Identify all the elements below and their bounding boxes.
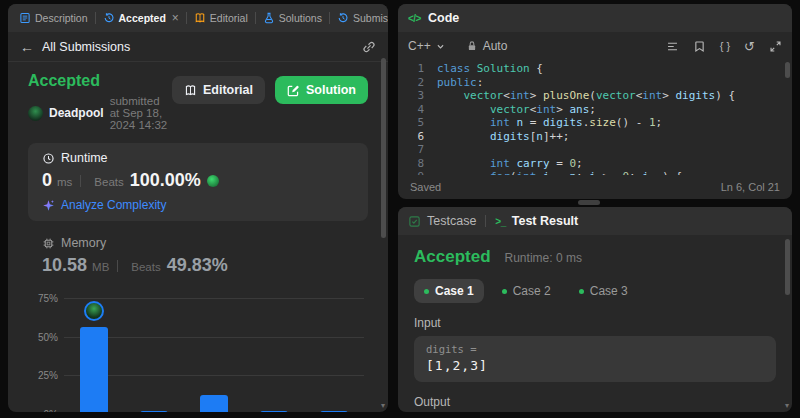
chevron-down-icon — [435, 41, 446, 52]
code-line[interactable]: 8 int carry = 0; — [398, 157, 792, 171]
format-lines-icon[interactable] — [666, 40, 679, 53]
scrollbar-thumb[interactable] — [381, 58, 386, 238]
history-icon — [337, 12, 349, 24]
close-icon[interactable]: × — [172, 12, 179, 24]
chart-ytick-label: 75% — [28, 293, 58, 304]
flask-icon — [263, 12, 275, 24]
chart-bar[interactable] — [80, 327, 108, 412]
chart-bar[interactable] — [260, 411, 288, 412]
result-summary: Accepted Runtime: 0 ms — [414, 247, 776, 267]
code-line[interactable]: 2public: — [398, 76, 792, 90]
analyze-complexity-label: Analyze Complexity — [61, 198, 166, 212]
solution-button[interactable]: Solution — [275, 76, 368, 104]
code-line[interactable]: 7 — [398, 143, 792, 157]
memory-label: Memory — [61, 236, 106, 250]
save-status: Saved — [410, 181, 441, 193]
scrollbar-thumb[interactable] — [785, 239, 790, 295]
runtime-value: 0 — [42, 170, 52, 191]
description-icon — [19, 12, 31, 24]
chart-ytick-label: 0% — [28, 409, 58, 413]
code-editor[interactable]: 1class Solution {2public:3 vector<int> p… — [398, 60, 792, 175]
runtime-label: Runtime — [61, 151, 108, 165]
book-icon — [184, 84, 197, 97]
username[interactable]: Deadpool — [49, 106, 104, 120]
divider — [329, 12, 330, 24]
input-label: Input — [414, 316, 776, 330]
runtime-beats-value: 100.00% — [130, 170, 201, 191]
chart-bar[interactable] — [200, 395, 228, 412]
case-label: Case 2 — [513, 284, 551, 298]
lock-icon — [466, 40, 478, 52]
test-result-panel: Testcase >_ Test Result Accepted Runtime… — [398, 207, 792, 412]
case-tabs: Case 1 Case 2 Case 3 — [414, 279, 776, 303]
editorial-button[interactable]: Editorial — [172, 76, 265, 104]
code-line[interactable]: 9 for(int i = n; i >= 0; i--) { — [398, 170, 792, 175]
runtime-header: Runtime — [42, 151, 354, 165]
chart-gridline — [64, 375, 364, 376]
divider — [255, 12, 256, 24]
input-value: [1,2,3] — [426, 358, 764, 373]
expand-icon[interactable] — [769, 40, 782, 53]
submitter-row: Deadpool submitted at Sep 18, 2024 14:32 — [28, 95, 172, 131]
tab-accepted[interactable]: Accepted × — [98, 4, 184, 32]
line-number: 8 — [398, 157, 424, 171]
tab-editorial[interactable]: Editorial — [189, 4, 253, 32]
tab-description[interactable]: Description — [14, 4, 93, 32]
code-panel-title: Code — [428, 11, 459, 25]
output-label: Output — [414, 395, 776, 409]
scrollbar-thumb[interactable] — [785, 62, 790, 78]
tab-label: Submissions — [353, 12, 388, 24]
code-line[interactable]: 1class Solution { — [398, 62, 792, 76]
case-3-pill[interactable]: Case 3 — [569, 279, 638, 303]
code-line[interactable]: 6 digits[n]++; — [398, 130, 792, 144]
check-square-icon — [408, 215, 421, 228]
action-buttons: Editorial Solution — [172, 76, 368, 104]
testcase-panel-header: Testcase >_ Test Result — [398, 207, 792, 235]
divider — [117, 260, 118, 272]
runtime-unit: ms — [57, 176, 72, 188]
avatar — [28, 106, 43, 121]
code-line[interactable]: 5 int n = digits.size() - 1; — [398, 116, 792, 130]
celebration-icon — [207, 175, 219, 187]
line-number: 3 — [398, 89, 424, 103]
case-2-pill[interactable]: Case 2 — [492, 279, 561, 303]
code-panel: </> Code C++ Auto { } ↺ 1class Solution … — [398, 4, 792, 199]
bookmark-icon[interactable] — [693, 40, 706, 53]
code-toolbar: C++ Auto { } ↺ — [398, 32, 792, 60]
cursor-position: Ln 6, Col 21 — [721, 181, 780, 193]
tab-testcase[interactable]: Testcase — [408, 214, 476, 228]
memory-metric-block[interactable]: Memory 10.58 MB Beats 49.83% — [28, 236, 368, 276]
breadcrumb-title[interactable]: All Submissions — [42, 40, 130, 54]
analyze-complexity-link[interactable]: Analyze Complexity — [42, 198, 354, 212]
braces-icon[interactable]: { } — [720, 40, 730, 52]
code-line[interactable]: 3 vector<int> plusOne(vector<int> digits… — [398, 89, 792, 103]
tab-test-result[interactable]: >_ Test Result — [495, 214, 578, 228]
submitted-timestamp: submitted at Sep 18, 2024 14:32 — [110, 95, 172, 131]
runtime-distribution-chart: 0%25%50%75%1ms2ms3ms4ms — [28, 284, 368, 412]
back-arrow-icon[interactable]: ← — [20, 40, 34, 54]
scroll-down-arrow[interactable]: ▾ — [381, 402, 385, 410]
pencil-square-icon — [287, 84, 300, 97]
tab-label: Test Result — [512, 214, 578, 228]
language-label: C++ — [408, 39, 431, 53]
code-toolbar-icons: { } ↺ — [666, 39, 782, 54]
code-line[interactable]: 4 vector<int> ans; — [398, 103, 792, 117]
memory-values: 10.58 MB Beats 49.83% — [42, 255, 354, 276]
runtime-metric-card[interactable]: Runtime 0 ms Beats 100.00% Analyze Compl… — [28, 143, 368, 221]
result-status-block: Accepted Deadpool submitted at Sep 18, 2… — [28, 72, 172, 131]
chart-bar[interactable] — [320, 411, 348, 412]
case-1-pill[interactable]: Case 1 — [414, 279, 484, 303]
divider — [485, 215, 486, 227]
page: { "colors": { "accent_green": "#2cbb5d",… — [0, 0, 800, 418]
panel-resize-handle[interactable] — [578, 200, 600, 205]
tab-submissions[interactable]: Submissions — [332, 4, 388, 32]
auto-mode-toggle[interactable]: Auto — [466, 39, 508, 53]
scroll-down-arrow[interactable]: ▾ — [785, 402, 789, 410]
chart-bar[interactable] — [140, 411, 168, 412]
user-avatar-marker — [84, 301, 104, 321]
language-selector[interactable]: C++ — [408, 39, 446, 53]
reset-code-icon[interactable]: ↺ — [744, 39, 755, 54]
copy-link-icon[interactable] — [362, 40, 376, 54]
tab-solutions[interactable]: Solutions — [258, 4, 327, 32]
chart-gridline — [64, 298, 364, 299]
